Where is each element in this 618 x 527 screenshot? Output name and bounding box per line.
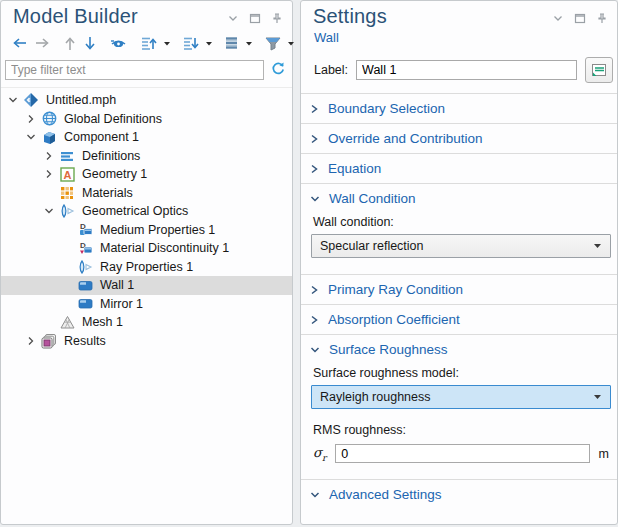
rms-roughness-row: σr m — [301, 442, 617, 475]
collapse-list-dropdown-icon[interactable] — [205, 35, 213, 51]
materials-icon — [57, 186, 77, 200]
collapse-list-icon[interactable] — [180, 33, 202, 53]
chevron-collapsed-icon[interactable] — [23, 336, 39, 346]
section-header-primary-ray-condition[interactable]: Primary Ray Condition — [301, 275, 617, 304]
ray-properties-lens-icon — [75, 259, 95, 275]
expand-list-dropdown-icon[interactable] — [163, 35, 171, 51]
move-up-arrow-icon[interactable] — [61, 33, 79, 53]
filter-dropdown-icon[interactable] — [287, 35, 295, 51]
wall-icon — [75, 296, 95, 311]
back-arrow-icon[interactable] — [9, 33, 30, 53]
tree-item-component-1[interactable]: Component 1 — [1, 128, 292, 147]
section-header-surface-roughness[interactable]: Surface Roughness — [301, 335, 617, 364]
chevron-collapsed-icon[interactable] — [41, 169, 57, 179]
maximize-icon[interactable] — [573, 11, 587, 25]
show-eye-icon[interactable] — [107, 33, 130, 53]
section-header-absorption-coefficient[interactable]: Absorption Coefficient — [301, 305, 617, 334]
section-absorption-coefficient: Absorption Coefficient — [301, 305, 617, 335]
model-builder-title: Model Builder — [13, 5, 138, 28]
tree-item-material-discontinuity-1[interactable]: D Material Discontinuity 1 — [1, 239, 292, 258]
model-tree: Untitled.mph Global Definitions Componen… — [1, 87, 292, 350]
section-header-equation[interactable]: Equation — [301, 154, 617, 183]
chevron-expanded-icon[interactable] — [23, 132, 39, 142]
section-surface-roughness: Surface Roughness Surface roughness mode… — [301, 335, 617, 480]
tree-item-definitions[interactable]: Definitions — [1, 147, 292, 166]
surface-roughness-model-label: Surface roughness model: — [301, 364, 617, 385]
svg-text:A: A — [63, 168, 71, 180]
filter-input[interactable] — [5, 60, 264, 80]
tree-item-mesh-1[interactable]: Mesh 1 — [1, 313, 292, 332]
expand-list-icon[interactable] — [138, 33, 160, 53]
node-grouping-icon[interactable] — [222, 33, 242, 53]
maximize-icon[interactable] — [248, 11, 262, 25]
rename-label-button[interactable] — [585, 57, 613, 83]
settings-subtitle: Wall — [301, 28, 617, 45]
tree-item-geometry-1[interactable]: A Geometry 1 — [1, 165, 292, 184]
tree-item-mirror-1[interactable]: Mirror 1 — [1, 295, 292, 314]
tree-item-untitled-mph[interactable]: Untitled.mph — [1, 91, 292, 110]
chevron-expanded-icon — [310, 486, 320, 504]
section-boundary-selection: Boundary Selection — [301, 94, 617, 124]
settings-header: Settings — [301, 1, 617, 28]
lens-icon — [57, 203, 77, 219]
tree-item-materials[interactable]: Materials — [1, 184, 292, 203]
chevron-collapsed-icon — [310, 281, 319, 299]
chevron-collapsed-icon — [310, 160, 319, 178]
chevron-collapsed-icon — [310, 130, 319, 148]
section-primary-ray-condition: Primary Ray Condition — [301, 275, 617, 305]
chevron-expanded-icon[interactable] — [41, 206, 57, 216]
section-wall-condition: Wall Condition Wall condition: Specular … — [301, 184, 617, 275]
section-header-advanced-settings[interactable]: Advanced Settings — [301, 480, 617, 509]
chevron-collapsed-icon — [310, 100, 319, 118]
collapse-chevron-icon[interactable] — [551, 11, 565, 25]
combo-arrow-icon — [593, 239, 602, 253]
section-equation: Equation — [301, 154, 617, 184]
collapse-chevron-icon[interactable] — [226, 11, 240, 25]
settings-panel: Settings Wall Label: Boundary Selection … — [300, 0, 618, 525]
pin-icon[interactable] — [595, 11, 609, 25]
chevron-expanded-icon[interactable] — [5, 95, 21, 105]
medium-properties-icon: D — [75, 222, 95, 237]
mph-file-icon — [21, 92, 41, 108]
component-cube-icon — [39, 130, 59, 145]
definitions-bars-icon — [57, 149, 77, 163]
mesh-icon — [57, 315, 77, 330]
globe-icon — [39, 111, 59, 126]
combo-arrow-icon — [593, 390, 602, 404]
refresh-icon[interactable] — [270, 60, 286, 80]
filter-row — [1, 56, 292, 82]
move-down-arrow-icon[interactable] — [81, 33, 99, 53]
tree-item-geometrical-optics[interactable]: Geometrical Optics — [1, 202, 292, 221]
rms-unit: m — [599, 447, 609, 461]
chevron-collapsed-icon — [310, 311, 319, 329]
settings-sections: Boundary Selection Override and Contribu… — [301, 93, 617, 509]
label-input[interactable] — [356, 60, 577, 80]
chevron-collapsed-icon[interactable] — [23, 114, 39, 124]
tree-item-ray-properties-1[interactable]: Ray Properties 1 — [1, 258, 292, 277]
material-discontinuity-icon: D — [75, 241, 95, 256]
chevron-expanded-icon — [310, 190, 320, 208]
chevron-expanded-icon — [310, 341, 320, 359]
node-grouping-dropdown-icon[interactable] — [245, 35, 253, 51]
section-override-contribution: Override and Contribution — [301, 124, 617, 154]
tree-item-results[interactable]: Results — [1, 332, 292, 351]
forward-arrow-icon[interactable] — [32, 33, 53, 53]
rms-roughness-input[interactable] — [335, 444, 589, 463]
tree-item-wall-1[interactable]: Wall 1 — [1, 276, 292, 295]
settings-title: Settings — [313, 5, 387, 28]
pin-icon[interactable] — [270, 11, 284, 25]
surface-roughness-model-select[interactable]: Rayleigh roughness — [311, 385, 611, 409]
chevron-collapsed-icon[interactable] — [41, 151, 57, 161]
tree-item-global-definitions[interactable]: Global Definitions — [1, 110, 292, 129]
wall-condition-select[interactable]: Specular reflection — [311, 234, 611, 258]
label-caption: Label: — [314, 63, 348, 77]
tree-item-medium-properties-1[interactable]: D Medium Properties 1 — [1, 221, 292, 240]
section-header-override-contribution[interactable]: Override and Contribution — [301, 124, 617, 153]
section-header-boundary-selection[interactable]: Boundary Selection — [301, 94, 617, 123]
section-header-wall-condition[interactable]: Wall Condition — [301, 184, 617, 213]
results-icon — [39, 333, 59, 349]
wall-icon — [75, 278, 95, 293]
filter-funnel-icon[interactable] — [262, 33, 284, 53]
section-advanced-settings: Advanced Settings — [301, 480, 617, 509]
rms-symbol: σr — [313, 445, 326, 463]
